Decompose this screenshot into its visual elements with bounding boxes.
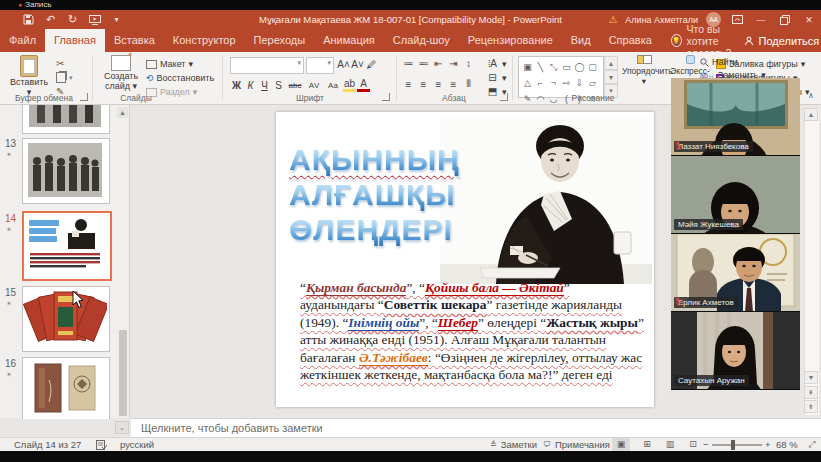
tab-Анимация[interactable]: Анимация <box>314 29 384 52</box>
notes-splitter-button[interactable]: ⌄ <box>115 421 129 434</box>
shape-line-icon[interactable]: ╲ <box>534 61 547 74</box>
fit-to-window-button[interactable]: ⤢ <box>803 438 821 451</box>
tab-Главная[interactable]: Главная <box>45 29 105 52</box>
numbering-icon[interactable]: ≕ <box>417 58 430 69</box>
tab-Переходы[interactable]: Переходы <box>245 29 315 52</box>
reading-view-button[interactable]: ▥ <box>661 438 679 451</box>
increase-indent-icon[interactable]: ⇥ <box>447 58 460 69</box>
underline-button[interactable]: Ч <box>258 80 271 91</box>
shape-parallelogram-icon[interactable]: ▱ <box>586 77 599 90</box>
align-right-icon[interactable]: ≡ <box>432 79 445 90</box>
editor-scrollbar[interactable] <box>804 108 819 415</box>
clear-formatting-icon[interactable]: 🖉 <box>365 59 378 70</box>
decrease-indent-icon[interactable]: ⇤ <box>432 58 445 69</box>
normal-view-button[interactable]: ▣ <box>612 438 630 451</box>
new-slide-button[interactable]: Создать слайд ▾ <box>98 55 144 91</box>
shape-roundrect-icon[interactable]: ▢ <box>586 61 599 74</box>
participant-tile-2[interactable]: Мәйя Жукешева <box>671 156 800 234</box>
thumbnail-slide-16[interactable] <box>22 357 110 419</box>
slide-title-wordart[interactable]: АҚЫННЫҢ АЛҒАШҚЫ ӨЛЕҢДЕРІ <box>289 142 460 247</box>
font-dialog-launcher-icon[interactable] <box>382 93 390 101</box>
zoom-slider-thumb[interactable] <box>731 440 735 450</box>
highlight-color-button[interactable]: ab <box>343 78 356 92</box>
layout-button[interactable]: Макет ▾ <box>146 59 193 69</box>
shape-rect-icon[interactable]: ▭ <box>560 61 573 74</box>
zoom-level[interactable]: 68 % <box>776 438 798 451</box>
scroll-down-icon[interactable]: ▼ <box>804 371 818 384</box>
tab-Справка[interactable]: Справка <box>600 29 661 52</box>
strikethrough-button[interactable]: abc <box>286 81 304 90</box>
participant-tile-4[interactable]: Саутахын Аружан <box>671 312 800 390</box>
zoom-slider[interactable] <box>712 444 762 446</box>
slide-canvas[interactable]: АҚЫННЫҢ АЛҒАШҚЫ ӨЛЕҢДЕРІ “Қырман басында… <box>276 112 654 407</box>
language-indicator[interactable]: русский <box>120 438 154 451</box>
thumbnail-slide-15[interactable] <box>22 286 110 352</box>
customize-qat-caret-icon[interactable]: ▾ <box>110 13 123 26</box>
thumbnail-slide-14-selected[interactable] <box>22 211 112 281</box>
grow-shrink-font[interactable]: A˄A˅🖉 <box>337 59 378 70</box>
reset-slide-button[interactable]: ⟲Восстановить <box>146 73 214 83</box>
shape-elbow2-icon[interactable]: ¬ <box>547 77 560 90</box>
shape-triangle-icon[interactable]: △ <box>521 77 534 90</box>
shape-arrow-right-icon[interactable]: ⇨ <box>560 77 573 90</box>
start-slideshow-icon[interactable] <box>88 13 101 26</box>
tab-Рецензирование[interactable]: Рецензирование <box>459 29 562 52</box>
paste-button[interactable]: Вставить▾ <box>8 55 50 97</box>
slideshow-view-button[interactable]: ⊡ <box>684 438 702 451</box>
italic-button[interactable]: К <box>244 80 257 91</box>
close-button[interactable]: ✕ <box>801 12 817 27</box>
shape-arrow-icon[interactable]: ⤡ <box>547 61 560 74</box>
thumbnail-slide-13[interactable] <box>22 138 110 204</box>
text-direction-button[interactable]: ⦙A▾ <box>486 58 507 70</box>
minimize-button[interactable]: — <box>753 12 769 27</box>
thumbnails-scroll-up-icon[interactable]: ▲ <box>117 107 128 118</box>
shapes-gallery[interactable]: ▣╲⤡▭◯▢ △⌐¬⇨⇩▱ ✎◠◡()☆ <box>518 56 604 98</box>
paragraph-dialog-launcher-icon[interactable] <box>500 93 508 101</box>
line-spacing-icon[interactable]: ↕ <box>462 58 475 69</box>
zoom-in-button[interactable]: + <box>765 438 771 451</box>
arrange-button[interactable]: Упорядочить▾ <box>622 55 666 86</box>
columns-icon[interactable]: ⫴ <box>462 78 475 90</box>
shape-textbox-icon[interactable]: ▣ <box>521 61 534 74</box>
font-color-button[interactable]: A <box>357 78 370 92</box>
tell-me-box[interactable]: 💡 Что вы хотите сделать? <box>661 29 744 52</box>
shapes-scroll-up-icon[interactable]: ▲ <box>604 56 618 70</box>
participant-tile-3[interactable]: Ерлик Ахметов <box>671 234 800 312</box>
character-spacing-button[interactable]: АV <box>305 81 323 90</box>
comments-toggle[interactable]: 🗩Примечания <box>543 438 610 451</box>
tab-Вставка[interactable]: Вставка <box>105 29 164 52</box>
scroll-up-icon[interactable]: ▲ <box>804 108 818 121</box>
previous-slide-button[interactable]: ⇞ <box>804 386 818 399</box>
redo-icon[interactable]: ↻ <box>66 13 79 26</box>
bold-button[interactable]: Ж <box>230 80 243 91</box>
shape-elbow-icon[interactable]: ⌐ <box>534 77 547 90</box>
collapse-ribbon-icon[interactable]: ∧ <box>804 91 818 103</box>
share-button[interactable]: Поделиться <box>744 29 821 52</box>
shape-oval-icon[interactable]: ◯ <box>573 61 586 74</box>
shape-arrow-down-icon[interactable]: ⇩ <box>573 77 586 90</box>
shapes-scroll-down-icon[interactable]: ▼ <box>604 70 618 84</box>
undo-icon[interactable]: ↶ <box>44 13 57 26</box>
slide-sorter-view-button[interactable]: ⊞ <box>638 438 656 451</box>
change-case-button[interactable]: Аа <box>324 81 342 90</box>
save-icon[interactable] <box>22 13 35 26</box>
align-center-icon[interactable]: ≡ <box>417 79 430 90</box>
next-slide-button[interactable]: ⇟ <box>804 400 818 413</box>
grow-font-icon[interactable]: A˄ <box>337 59 350 70</box>
thumbnail-slide-12-partial[interactable] <box>22 105 110 134</box>
tab-Конструктор[interactable]: Конструктор <box>164 29 245 52</box>
notes-toggle[interactable]: ≙Заметки <box>490 438 537 451</box>
text-shadow-button[interactable]: S <box>272 80 285 91</box>
thumbnails-scrollbar-thumb[interactable] <box>119 330 127 416</box>
align-text-button[interactable]: ⊟▾ <box>486 72 507 83</box>
bullets-icon[interactable]: ≔ <box>402 58 415 69</box>
clipboard-dialog-launcher-icon[interactable] <box>80 93 88 101</box>
cut-button[interactable]: ✂ <box>56 58 64 69</box>
tab-Вид[interactable]: Вид <box>562 29 600 52</box>
notes-placeholder[interactable]: Щелкните, чтобы добавить заметки <box>131 418 821 437</box>
justify-icon[interactable]: ≡ <box>447 79 460 90</box>
zoom-out-button[interactable]: − <box>703 438 709 451</box>
participant-tile-1[interactable]: Лаззат Ниязбекова <box>671 78 800 156</box>
font-size-combo[interactable] <box>306 57 334 74</box>
restore-button[interactable] <box>777 12 793 27</box>
